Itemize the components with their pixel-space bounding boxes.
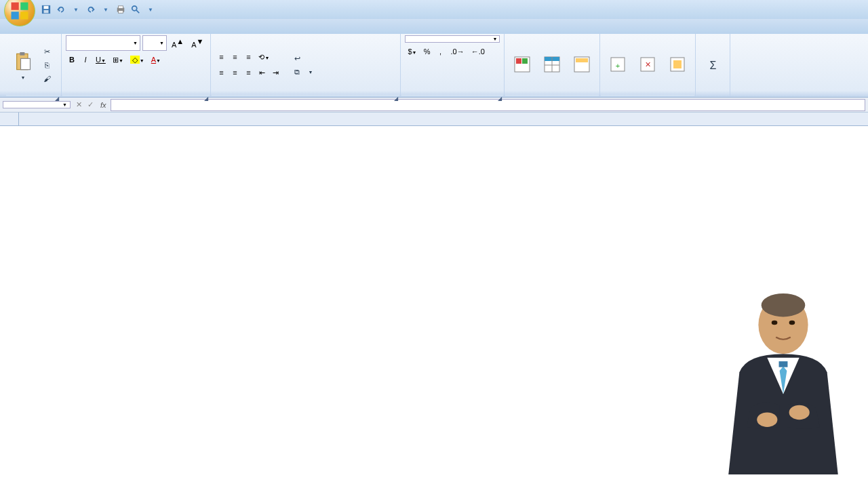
font-color-button[interactable]: A▼ [149,54,163,66]
svg-point-35 [757,412,777,427]
redo-dropdown[interactable]: ▼ [100,4,111,15]
italic-button[interactable]: I [79,54,92,66]
qat-customize[interactable]: ▼ [145,4,156,15]
indent-dec-button[interactable]: ⇤ [256,66,268,79]
align-left-button[interactable]: ≡ [215,66,227,79]
print-preview-icon[interactable] [130,4,141,15]
copy-button[interactable]: ⎘ [39,59,57,71]
svg-point-31 [762,293,806,317]
merge-center-button[interactable]: ⧉▼ [290,66,315,78]
svg-text:+: + [616,62,620,70]
svg-rect-13 [20,52,24,56]
quick-print-icon[interactable] [115,4,126,15]
cell-styles-button[interactable] [568,52,595,78]
font-size-select[interactable]: ▼ [142,35,167,51]
border-button[interactable]: ⊞▼ [110,54,126,66]
svg-rect-0 [12,3,19,10]
launcher-icon[interactable]: ◢ [394,96,398,102]
dec-decimal-button[interactable]: ←.0 [469,45,488,58]
align-bottom-button[interactable]: ≡ [242,51,254,64]
person-image [705,285,861,474]
svg-line-11 [136,10,139,13]
launcher-icon[interactable]: ◢ [204,96,208,102]
group-alignment: ≡ ≡ ≡ ⟲▼ ≡ ≡ ≡ ⇤ ⇥ ↩ ⧉▼ ◢ [211,34,401,97]
format-cells-button[interactable] [664,52,691,78]
svg-rect-29 [673,60,682,68]
comma-button[interactable]: , [435,45,447,58]
fx-icon[interactable]: fx [96,101,111,109]
group-clipboard-label: ◢ [6,95,60,96]
undo-dropdown[interactable]: ▼ [71,4,81,15]
align-top-button[interactable]: ≡ [215,51,227,64]
undo-icon[interactable] [56,4,66,15]
svg-point-33 [789,321,795,325]
autosum-button[interactable]: Σ [700,58,726,73]
align-center-button[interactable]: ≡ [229,66,241,79]
redo-icon[interactable] [85,4,96,15]
group-styles [505,34,600,97]
insert-cells-button[interactable]: + [604,52,631,78]
bold-button[interactable]: B [66,54,78,66]
format-as-table-button[interactable] [538,52,566,78]
fx-enter[interactable]: ✓ [85,100,96,109]
underline-button[interactable]: U▼ [93,54,108,66]
conditional-formatting-button[interactable] [509,52,536,78]
currency-button[interactable]: $▼ [405,45,419,58]
svg-rect-16 [516,58,521,64]
inc-decimal-button[interactable]: .0→ [448,45,467,58]
align-right-button[interactable]: ≡ [242,66,254,79]
wrap-text-button[interactable]: ↩ [290,52,315,64]
ribbon-tabs [0,19,868,34]
shrink-font-button[interactable]: A▼ [189,35,206,51]
indent-inc-button[interactable]: ⇥ [269,66,281,79]
group-styles-label [505,95,599,96]
paste-button[interactable]: ▼ [9,49,37,81]
group-font: ▼ ▼ A▲ A▼ B I U▼ ⊞▼ ◇▼ A▼ ◢ [62,34,211,97]
formula-input[interactable] [111,99,865,111]
fx-cancel[interactable]: ✕ [73,100,85,109]
format-painter-button[interactable]: 🖌 [39,73,57,85]
svg-rect-6 [44,10,49,13]
wrap-icon: ↩ [292,53,302,64]
number-format-select[interactable]: ▼ [405,35,500,43]
formula-bar: ▼ ✕ ✓ fx [0,98,868,113]
group-number: ▼ $▼ % , .0→ ←.0 ◢ [401,34,505,97]
svg-rect-9 [119,11,123,14]
launcher-icon[interactable]: ◢ [498,96,502,102]
cut-button[interactable]: ✂ [39,45,57,58]
svg-rect-2 [12,12,19,19]
sheet-area [0,113,868,126]
fill-color-button[interactable]: ◇▼ [127,54,147,66]
group-cells-label [601,95,694,96]
group-number-label: ◢ [401,95,503,96]
svg-rect-14 [21,58,31,69]
svg-rect-34 [779,361,788,367]
launcher-icon[interactable]: ◢ [55,96,59,102]
svg-rect-8 [119,6,123,9]
svg-text:✕: ✕ [645,60,651,68]
font-face-select[interactable]: ▼ [66,35,140,51]
delete-cells-button[interactable]: ✕ [634,52,661,78]
save-icon[interactable] [41,4,52,15]
merge-icon: ⧉ [292,66,302,77]
name-box[interactable]: ▼ [3,101,71,108]
group-editing: Σ [696,34,730,97]
group-cells: + ✕ [600,34,696,97]
svg-point-36 [789,405,810,420]
grow-font-button[interactable]: A▲ [169,35,186,51]
align-middle-button[interactable]: ≡ [229,51,241,64]
svg-rect-1 [20,3,28,10]
ribbon: ▼ ✂ ⎘ 🖌 ◢ ▼ ▼ A▲ A▼ B I U▼ ⊞▼ ◇▼ [0,34,868,98]
svg-point-32 [772,321,778,325]
orientation-button[interactable]: ⟲▼ [256,51,272,64]
select-all-corner[interactable] [0,113,19,126]
svg-rect-17 [522,58,528,64]
percent-button[interactable]: % [421,45,433,58]
group-clipboard: ▼ ✂ ⎘ 🖌 ◢ [5,34,62,97]
group-font-label: ◢ [62,95,210,96]
svg-rect-3 [20,12,28,19]
copy-icon: ⎘ [41,60,52,70]
brush-icon: 🖌 [41,73,52,84]
column-headers [19,113,868,126]
group-alignment-label: ◢ [212,95,399,96]
